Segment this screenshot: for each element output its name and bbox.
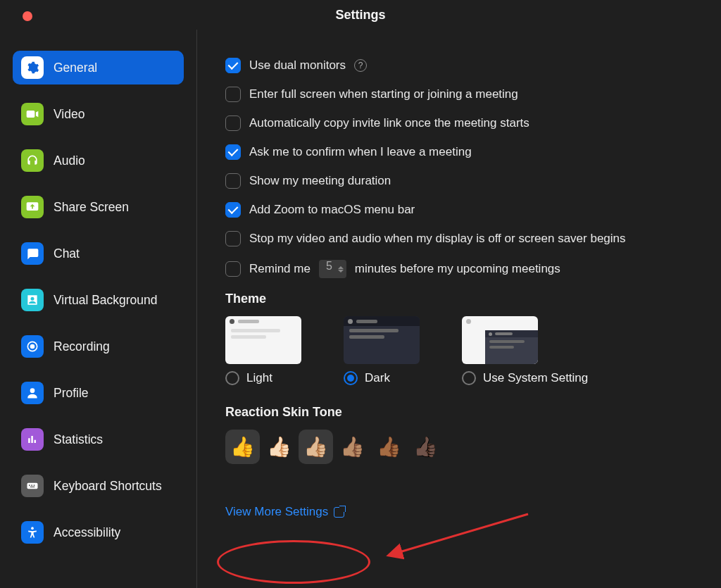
gear-icon xyxy=(21,56,44,79)
skin-tone-section-title: Reaction Skin Tone xyxy=(225,405,693,420)
svg-rect-7 xyxy=(30,487,35,487)
help-icon[interactable]: ? xyxy=(354,59,367,72)
sidebar-item-label: Statistics xyxy=(54,432,103,447)
sidebar-item-label: Accessibility xyxy=(54,525,120,540)
keyboard-icon xyxy=(21,475,44,497)
skin-tone-medium[interactable]: 👍🏽 xyxy=(335,430,370,464)
svg-point-2 xyxy=(30,388,35,393)
show-duration-checkbox[interactable] xyxy=(225,173,241,189)
theme-preview-system xyxy=(462,316,538,364)
copy-invite-checkbox[interactable] xyxy=(225,115,241,131)
skin-tone-medium-light[interactable]: 👍🏼 xyxy=(299,430,333,464)
sidebar-item-video[interactable]: Video xyxy=(13,97,184,131)
svg-rect-4 xyxy=(29,484,30,486)
skin-tone-light[interactable]: 👍🏻 xyxy=(262,430,296,464)
sidebar-item-label: Virtual Background xyxy=(54,293,158,308)
close-window-icon[interactable] xyxy=(23,11,32,21)
confirm-leave-checkbox[interactable] xyxy=(225,144,241,160)
theme-label: Light xyxy=(246,371,272,385)
stop-video-label: Stop my video and audio when my display … xyxy=(249,232,626,246)
sidebar-item-label: Share Screen xyxy=(54,200,129,215)
sidebar-item-label: Profile xyxy=(54,386,89,401)
remind-minutes-select[interactable]: 5 xyxy=(319,260,346,278)
sidebar-item-audio[interactable]: Audio xyxy=(13,144,184,177)
window-title: Settings xyxy=(335,8,385,23)
theme-label: Use System Setting xyxy=(483,371,588,385)
skin-tone-medium-dark[interactable]: 👍🏾 xyxy=(372,430,406,464)
dual-monitors-checkbox[interactable] xyxy=(225,58,241,73)
menu-bar-checkbox[interactable] xyxy=(225,202,241,218)
chat-icon xyxy=(21,242,44,265)
svg-point-8 xyxy=(31,527,34,530)
theme-option-dark[interactable]: Dark xyxy=(344,316,420,385)
theme-option-system[interactable]: Use System Setting xyxy=(462,316,588,385)
sidebar-item-accessibility[interactable]: Accessibility xyxy=(13,515,184,549)
settings-main-panel: Use dual monitors ? Enter full screen wh… xyxy=(197,30,721,588)
virtual-background-icon xyxy=(21,289,44,311)
svg-point-1 xyxy=(30,344,35,349)
theme-label: Dark xyxy=(365,371,390,385)
profile-icon xyxy=(21,382,44,404)
theme-preview-light xyxy=(225,316,301,364)
titlebar: Settings xyxy=(0,0,721,30)
theme-light-radio[interactable] xyxy=(225,371,239,385)
show-duration-label: Show my meeting duration xyxy=(249,174,391,188)
sidebar-item-virtual-background[interactable]: Virtual Background xyxy=(13,283,184,317)
skin-tone-dark[interactable]: 👍🏿 xyxy=(408,430,443,464)
share-screen-icon xyxy=(21,196,44,218)
external-link-icon xyxy=(334,507,344,518)
view-more-label: View More Settings xyxy=(225,505,328,519)
theme-dark-radio[interactable] xyxy=(344,371,358,385)
copy-invite-label: Automatically copy invite link once the … xyxy=(249,116,529,130)
settings-sidebar: General Video Audio Share Screen xyxy=(0,30,197,588)
sidebar-item-statistics[interactable]: Statistics xyxy=(13,423,184,456)
accessibility-icon xyxy=(21,521,44,544)
theme-option-light[interactable]: Light xyxy=(225,316,301,385)
menu-bar-label: Add Zoom to macOS menu bar xyxy=(249,203,415,217)
sidebar-item-share-screen[interactable]: Share Screen xyxy=(13,190,184,224)
skin-tone-default[interactable]: 👍 xyxy=(225,430,260,464)
svg-rect-6 xyxy=(34,484,35,486)
remind-label-after: minutes before my upcoming meetings xyxy=(355,262,560,276)
svg-rect-5 xyxy=(31,484,32,486)
full-screen-label: Enter full screen when starting or joini… xyxy=(249,87,518,101)
sidebar-item-label: Audio xyxy=(54,154,85,168)
sidebar-item-label: Recording xyxy=(54,339,110,354)
record-icon xyxy=(21,335,44,358)
sidebar-item-recording[interactable]: Recording xyxy=(13,330,184,363)
sidebar-item-label: Keyboard Shortcuts xyxy=(54,479,162,494)
full-screen-checkbox[interactable] xyxy=(225,87,241,102)
dual-monitors-label: Use dual monitors xyxy=(249,58,346,73)
confirm-leave-label: Ask me to confirm when I leave a meeting xyxy=(249,145,472,159)
headphones-icon xyxy=(21,149,44,172)
sidebar-item-label: Video xyxy=(54,107,84,122)
theme-section-title: Theme xyxy=(225,292,693,306)
sidebar-item-general[interactable]: General xyxy=(13,51,184,85)
sidebar-item-label: General xyxy=(54,61,97,75)
sidebar-item-label: Chat xyxy=(54,246,80,261)
remind-me-checkbox[interactable] xyxy=(225,261,241,277)
stop-video-checkbox[interactable] xyxy=(225,231,241,246)
video-icon xyxy=(21,103,44,125)
sidebar-item-profile[interactable]: Profile xyxy=(13,376,184,410)
remind-label-before: Remind me xyxy=(249,262,311,276)
view-more-settings-link[interactable]: View More Settings xyxy=(225,505,344,519)
statistics-icon xyxy=(21,428,44,451)
theme-system-radio[interactable] xyxy=(462,371,476,385)
sidebar-item-keyboard-shortcuts[interactable]: Keyboard Shortcuts xyxy=(13,469,184,503)
theme-preview-dark xyxy=(344,316,420,364)
sidebar-item-chat[interactable]: Chat xyxy=(13,237,184,270)
